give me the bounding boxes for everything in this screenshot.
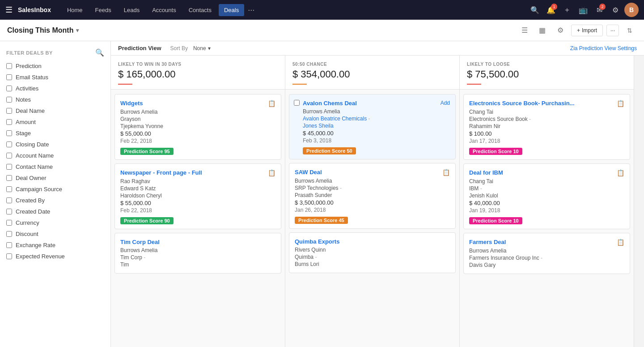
deal-card-ibm[interactable]: Deal for IBM 📋 Chang Tai IBM - Jenish Ku… <box>463 163 630 229</box>
filter-created-date-checkbox[interactable] <box>6 209 12 214</box>
sort-select[interactable]: None ▾ <box>193 45 211 51</box>
filter-label: Email Status <box>16 74 48 81</box>
deal-card-electronics[interactable]: Electronics Source Book- Purchasin... 📋 … <box>463 94 630 160</box>
avalon-add-button[interactable]: Add <box>441 100 450 106</box>
screen-icon-btn[interactable]: 📺 <box>576 3 590 17</box>
nav-contacts[interactable]: Contacts <box>183 4 217 16</box>
filter-notes-checkbox[interactable] <box>6 97 12 103</box>
filter-expected-revenue-checkbox[interactable] <box>6 253 12 259</box>
filter-expected-revenue[interactable]: Expected Revenue <box>0 251 110 262</box>
filter-campaign-source[interactable]: Campaign Source <box>0 184 110 195</box>
card-widgets-owner: Burrows Amelia <box>120 109 275 115</box>
filter-email-status[interactable]: Email Status <box>0 72 110 83</box>
deal-name-saw[interactable]: SAW Deal <box>295 169 322 176</box>
deal-name-widgets[interactable]: Widgets <box>120 100 143 107</box>
filter-deal-name[interactable]: Deal Name <box>0 105 110 116</box>
deal-name-ibm[interactable]: Deal for IBM <box>469 169 503 176</box>
filter-currency-checkbox[interactable] <box>6 220 12 226</box>
filter-deal-name-checkbox[interactable] <box>6 108 12 114</box>
deal-card-saw[interactable]: SAW Deal 📋 Burrows Amelia SRP Technologi… <box>289 163 456 229</box>
deal-card-newspaper[interactable]: Newspaper - Front page - Full 📋 Rao Ragh… <box>114 163 281 229</box>
filter-deal-owner-checkbox[interactable] <box>6 175 12 181</box>
filter-closing-date-checkbox[interactable] <box>6 141 12 147</box>
filter-notes[interactable]: Notes <box>0 94 110 105</box>
deal-name-electronics[interactable]: Electronics Source Book- Purchasin... <box>469 100 575 107</box>
filter-deal-owner[interactable]: Deal Owner <box>0 172 110 184</box>
sidebar-resize-handle[interactable] <box>109 41 110 347</box>
filter-created-by-checkbox[interactable] <box>6 197 12 203</box>
filter-discount[interactable]: Discount <box>0 228 110 240</box>
filter-label: Prediction <box>16 63 42 69</box>
deal-name-newspaper[interactable]: Newspaper - Front page - Full <box>120 169 202 176</box>
avalon-contact-link[interactable]: Jones Sheila <box>303 123 334 129</box>
add-icon-btn[interactable]: ＋ <box>560 3 574 17</box>
settings-icon-btn[interactable]: ⚙ <box>608 3 623 17</box>
deal-name-quimba[interactable]: Quimba Exports <box>295 238 339 245</box>
notification-badge: 1 <box>551 4 557 10</box>
avalon-card-checkbox[interactable] <box>294 100 300 106</box>
nav-deals[interactable]: Deals <box>219 4 244 16</box>
filter-prediction-checkbox[interactable] <box>6 63 12 69</box>
nav-more-icon[interactable]: ··· <box>248 5 254 15</box>
import-label: Import <box>582 27 597 34</box>
filter-stage[interactable]: Stage <box>0 128 110 139</box>
card-avalon-account-link[interactable]: Avalon Beatrice Chemicals - <box>295 116 450 122</box>
filter-exchange-rate[interactable]: Exchange Rate <box>0 240 110 251</box>
card-farmers-icon: 📋 <box>617 239 624 246</box>
user-avatar[interactable]: B <box>624 3 639 17</box>
filter-campaign-checkbox[interactable] <box>6 186 12 192</box>
deal-name-avalon[interactable]: Avalon Chems Deal <box>303 100 357 107</box>
filter-prediction[interactable]: Prediction <box>0 60 110 72</box>
search-icon-btn[interactable]: 🔍 <box>528 3 542 17</box>
filter-currency[interactable]: Currency <box>0 217 110 228</box>
deal-name-timcorp[interactable]: Tim Corp Deal <box>120 239 160 245</box>
filter-account-checkbox[interactable] <box>6 153 12 159</box>
filter-created-date[interactable]: Created Date <box>0 206 110 217</box>
sidebar-search-icon[interactable]: 🔍 <box>95 48 105 57</box>
card-quimba-account2: Burns Lori <box>295 261 450 267</box>
zia-settings-link[interactable]: Zia Prediction View Settings <box>570 45 637 51</box>
deal-card-widgets[interactable]: Widgets 📋 Burrows Amelia Grayson Tjepkem… <box>114 94 281 160</box>
filter-email-checkbox[interactable] <box>6 74 12 80</box>
list-view-icon[interactable]: ☰ <box>517 23 532 38</box>
deal-card-farmers[interactable]: Farmers Deal 📋 Burrows Amelia Farmers In… <box>463 233 630 274</box>
title-dropdown-icon[interactable]: ▾ <box>76 27 79 34</box>
filter-created-by[interactable]: Created By <box>0 195 110 206</box>
nav-home[interactable]: Home <box>62 4 88 16</box>
col-loose-divider <box>467 84 481 85</box>
nav-leads[interactable]: Leads <box>119 4 145 16</box>
filter-sidebar: FILTER DEALS BY 🔍 Prediction Email Statu… <box>0 41 111 347</box>
deal-card-quimba[interactable]: Quimba Exports Rivers Quinn Quimba - Bur… <box>289 232 456 273</box>
card-saw-icon: 📋 <box>442 169 450 176</box>
mail-icon-btn[interactable]: ✉ 2 <box>592 3 606 17</box>
card-newspaper-badge: Prediction Score 90 <box>120 217 174 224</box>
filter-activities-checkbox[interactable] <box>6 86 12 91</box>
deal-name-farmers[interactable]: Farmers Deal <box>469 239 506 245</box>
filter-contact-name[interactable]: Contact Name <box>0 161 110 172</box>
filter-amount-checkbox[interactable] <box>6 119 12 125</box>
card-ibm-amount: $ 40,000.00 <box>469 200 624 206</box>
deal-card-timcorp[interactable]: Tim Corp Deal Burrows Amelia Tim Corp - … <box>114 233 281 274</box>
filter-stage-checkbox[interactable] <box>6 130 12 136</box>
sort-icon-btn[interactable]: ⇅ <box>623 23 637 38</box>
hamburger-menu-icon[interactable]: ☰ <box>5 5 13 15</box>
kanban-view-icon[interactable]: ▦ <box>535 23 550 38</box>
filter-account-name[interactable]: Account Name <box>0 150 110 161</box>
import-button[interactable]: + Import <box>571 25 603 36</box>
filter-activities[interactable]: Activities <box>0 83 110 94</box>
filter-settings-icon[interactable]: ⚙ <box>553 23 568 38</box>
filter-contact-checkbox[interactable] <box>6 164 12 170</box>
avalon-account-link[interactable]: Avalon Beatrice Chemicals <box>303 116 367 122</box>
more-actions-button[interactable]: ··· <box>606 25 619 36</box>
filter-closing-date[interactable]: Closing Date <box>0 139 110 150</box>
card-newspaper-header: Newspaper - Front page - Full 📋 <box>120 169 275 176</box>
notifications-icon-btn[interactable]: 🔔 1 <box>544 3 558 17</box>
filter-amount[interactable]: Amount <box>0 116 110 128</box>
card-widgets-account1: Grayson <box>120 116 275 122</box>
nav-accounts[interactable]: Accounts <box>147 4 181 16</box>
card-avalon-contact[interactable]: Jones Sheila <box>295 123 450 129</box>
filter-exchange-rate-checkbox[interactable] <box>6 242 12 248</box>
nav-feeds[interactable]: Feeds <box>90 4 117 16</box>
filter-discount-checkbox[interactable] <box>6 231 12 237</box>
deal-card-avalon[interactable]: Avalon Chems Deal Add Burrows Amelia Ava… <box>289 94 456 159</box>
